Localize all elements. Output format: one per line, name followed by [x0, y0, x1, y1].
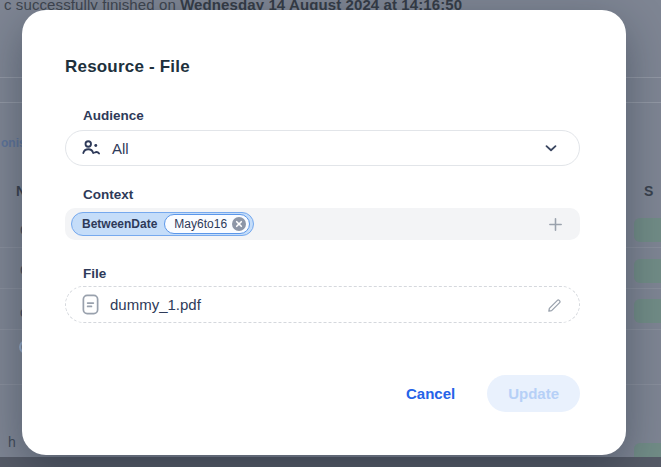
- people-icon: [80, 137, 102, 159]
- x-circle-icon[interactable]: [232, 217, 246, 231]
- pencil-icon[interactable]: [546, 296, 564, 314]
- background-status-badge: [634, 259, 661, 283]
- context-label: Context: [83, 187, 580, 202]
- cancel-button[interactable]: Cancel: [400, 384, 461, 403]
- background-table-cell: h: [8, 434, 16, 450]
- audience-select[interactable]: All: [65, 130, 580, 166]
- background-table-header-status: S: [644, 183, 653, 199]
- context-section: Context BetweenDate May6to16: [65, 187, 580, 240]
- audience-label: Audience: [83, 108, 580, 123]
- document-icon: [81, 294, 100, 315]
- background-bottom-bar: [0, 457, 661, 467]
- file-name: dummy_1.pdf: [110, 296, 201, 313]
- context-tag-value: May6to16: [174, 217, 227, 231]
- chevron-down-icon: [542, 139, 560, 157]
- plus-icon[interactable]: [547, 216, 564, 233]
- resource-file-modal: Resource - File Audience All: [22, 10, 626, 455]
- background-status-badge: [634, 299, 661, 323]
- context-field[interactable]: BetweenDate May6to16: [65, 208, 580, 240]
- modal-actions: Cancel Update: [65, 375, 580, 412]
- file-field[interactable]: dummy_1.pdf: [65, 286, 580, 323]
- context-tag-name: BetweenDate: [82, 217, 157, 231]
- context-tag[interactable]: BetweenDate May6to16: [71, 212, 254, 236]
- audience-section: Audience All: [65, 108, 580, 166]
- audience-value: All: [112, 140, 129, 157]
- screen: c successfully finished on Wednesday 14 …: [0, 0, 661, 467]
- modal-title: Resource - File: [65, 57, 580, 77]
- background-status-badge: [634, 218, 661, 242]
- context-tag-value-chip[interactable]: May6to16: [164, 214, 250, 234]
- file-label: File: [83, 266, 580, 281]
- file-section: File dummy_1.pdf: [65, 266, 580, 323]
- update-button[interactable]: Update: [487, 375, 580, 412]
